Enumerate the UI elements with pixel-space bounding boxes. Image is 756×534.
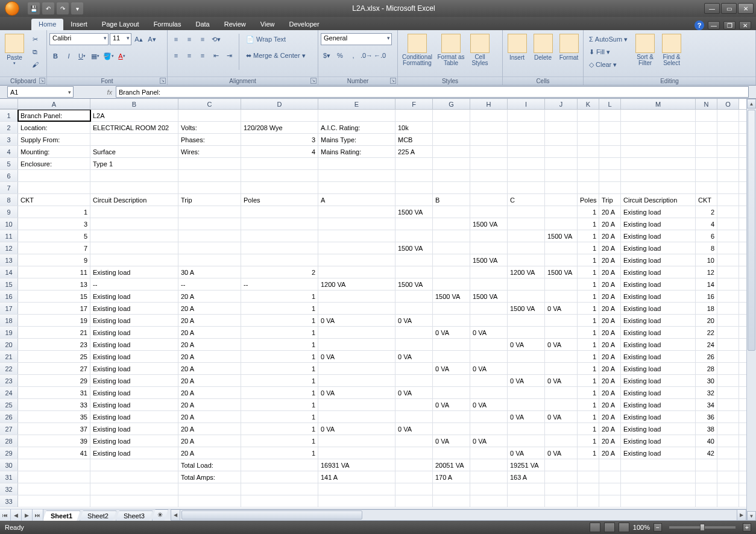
name-box[interactable]: A1	[7, 86, 74, 98]
cell-B33[interactable]	[90, 495, 178, 507]
cell-K15[interactable]: 1	[578, 278, 599, 290]
cell-B2[interactable]: ELECTRICAL ROOM 202	[90, 122, 178, 133]
cell-C30[interactable]: Total Load:	[178, 459, 241, 471]
cell-H12[interactable]	[470, 242, 508, 254]
cell-N3[interactable]	[696, 134, 717, 145]
cell-G17[interactable]	[433, 303, 470, 314]
cell-H21[interactable]	[470, 351, 508, 362]
cell-E29[interactable]	[318, 447, 395, 459]
cell-E20[interactable]	[318, 339, 395, 350]
cell-E33[interactable]	[318, 495, 395, 507]
cell-O14[interactable]	[717, 266, 739, 278]
cell-B11[interactable]	[90, 230, 178, 242]
cell-M14[interactable]: Existing load	[621, 266, 696, 278]
cell-N12[interactable]: 8	[696, 242, 717, 254]
cell-L21[interactable]: 20 A	[599, 351, 621, 362]
cell-I7[interactable]	[508, 182, 545, 193]
cell-H3[interactable]	[470, 134, 508, 145]
cell-M12[interactable]: Existing load	[621, 242, 696, 254]
row-header[interactable]: 9	[0, 206, 18, 218]
cell-D13[interactable]	[241, 254, 318, 266]
cell-G27[interactable]	[433, 423, 470, 435]
cell-I2[interactable]	[508, 122, 545, 133]
vscroll-down-icon[interactable]: ▼	[747, 511, 756, 521]
cell-D6[interactable]	[241, 170, 318, 181]
cell-F4[interactable]: 225 A	[395, 146, 433, 157]
cell-L11[interactable]: 20 A	[599, 230, 621, 242]
cell-I3[interactable]	[508, 134, 545, 145]
clear-button[interactable]: ◇ Clear ▾	[586, 58, 631, 71]
vscroll-thumb[interactable]	[748, 110, 755, 351]
cell-M10[interactable]: Existing load	[621, 218, 696, 230]
cell-D29[interactable]: 1	[241, 447, 318, 459]
cell-D12[interactable]	[241, 242, 318, 254]
cut-icon[interactable]: ✂	[29, 33, 41, 45]
cell-D2[interactable]: 120/208 Wye	[241, 122, 318, 133]
cell-B8[interactable]: Circuit Description	[90, 194, 178, 206]
cell-I32[interactable]	[508, 483, 545, 495]
cell-B4[interactable]: Surface	[90, 146, 178, 157]
cell-A30[interactable]	[18, 459, 90, 471]
cell-M32[interactable]	[621, 483, 696, 495]
cell-E14[interactable]	[318, 266, 395, 278]
cell-O31[interactable]	[717, 471, 739, 483]
sheet-nav-first-icon[interactable]: ⏮	[0, 509, 11, 521]
cell-F5[interactable]	[395, 158, 433, 169]
cell-G19[interactable]: 0 VA	[433, 327, 470, 338]
cell-L5[interactable]	[599, 158, 621, 169]
cell-D23[interactable]: 1	[241, 375, 318, 386]
row-header[interactable]: 32	[0, 483, 18, 495]
font-name-combo[interactable]: Calibri	[49, 33, 109, 45]
cell-G8[interactable]: B	[433, 194, 470, 206]
cell-F11[interactable]	[395, 230, 433, 242]
cell-E1[interactable]	[318, 110, 395, 121]
cell-E23[interactable]	[318, 375, 395, 386]
cell-N29[interactable]: 42	[696, 447, 717, 459]
cell-M28[interactable]: Existing load	[621, 435, 696, 447]
cell-I17[interactable]: 1500 VA	[508, 303, 545, 314]
cell-F31[interactable]	[395, 471, 433, 483]
cell-I4[interactable]	[508, 146, 545, 157]
cell-F32[interactable]	[395, 483, 433, 495]
row-header[interactable]: 27	[0, 423, 18, 435]
row-header[interactable]: 13	[0, 254, 18, 266]
cell-B29[interactable]: Existing load	[90, 447, 178, 459]
cell-M16[interactable]: Existing load	[621, 291, 696, 302]
cell-B14[interactable]: Existing load	[90, 266, 178, 278]
cell-K3[interactable]	[578, 134, 599, 145]
cell-G21[interactable]	[433, 351, 470, 362]
align-right-icon[interactable]: ≡	[197, 49, 209, 61]
cell-B19[interactable]: Existing load	[90, 327, 178, 338]
cell-C20[interactable]: 20 A	[178, 339, 241, 350]
cell-C32[interactable]	[178, 483, 241, 495]
cell-C6[interactable]	[178, 170, 241, 181]
cell-J15[interactable]	[545, 278, 578, 290]
cell-O20[interactable]	[717, 339, 739, 350]
cell-E3[interactable]: Mains Type:	[318, 134, 395, 145]
cell-M9[interactable]: Existing load	[621, 206, 696, 218]
cell-G22[interactable]: 0 VA	[433, 363, 470, 374]
cell-F18[interactable]: 0 VA	[395, 315, 433, 326]
cell-C7[interactable]	[178, 182, 241, 193]
cell-A28[interactable]: 39	[18, 435, 90, 447]
cell-J18[interactable]	[545, 315, 578, 326]
cell-I14[interactable]: 1200 VA	[508, 266, 545, 278]
cell-C14[interactable]: 30 A	[178, 266, 241, 278]
cell-B25[interactable]: Existing load	[90, 399, 178, 410]
cell-I19[interactable]	[508, 327, 545, 338]
cell-B18[interactable]: Existing load	[90, 315, 178, 326]
cell-H31[interactable]	[470, 471, 508, 483]
cell-M1[interactable]	[621, 110, 696, 121]
fill-button[interactable]: ⬇ Fill ▾	[586, 46, 631, 58]
tab-formulas[interactable]: Formulas	[146, 19, 189, 30]
cell-L16[interactable]: 20 A	[599, 291, 621, 302]
cell-A27[interactable]: 37	[18, 423, 90, 435]
cell-J1[interactable]	[545, 110, 578, 121]
cell-H9[interactable]	[470, 206, 508, 218]
cell-A13[interactable]: 9	[18, 254, 90, 266]
row-header[interactable]: 26	[0, 411, 18, 422]
row-header[interactable]: 25	[0, 399, 18, 410]
cell-F17[interactable]	[395, 303, 433, 314]
format-painter-icon[interactable]: 🖌	[29, 58, 41, 71]
cell-L1[interactable]	[599, 110, 621, 121]
